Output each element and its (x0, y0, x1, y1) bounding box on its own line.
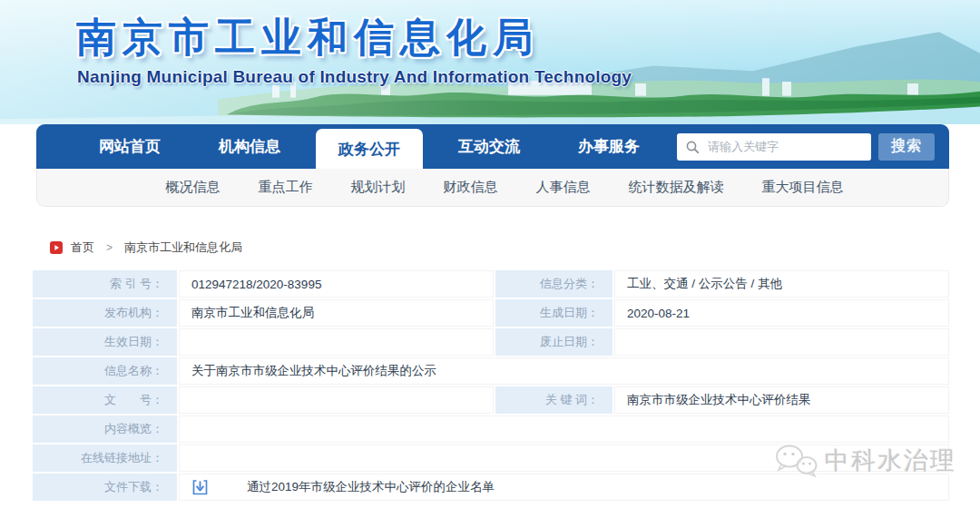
breadcrumb-current-page: 南京市工业和信息化局 (124, 239, 242, 256)
download-icon[interactable] (191, 479, 209, 496)
table-row: 内容概览： (33, 415, 949, 443)
document-info-table: 索 引 号： 012947218/2020-83995 信息分类： 工业、交通 … (33, 270, 949, 501)
subnav-item-personnel[interactable]: 人事信息 (536, 179, 591, 196)
info-category-value: 工业、交通 / 公示公告 / 其他 (614, 270, 949, 298)
nav-tab-interaction[interactable]: 互动交流 (436, 124, 543, 169)
content-overview-value (179, 415, 949, 443)
file-download-label: 文件下载： (33, 474, 177, 501)
document-number-value (179, 386, 494, 414)
nav-tab-home[interactable]: 网站首页 (76, 124, 183, 169)
subnav-item-overview[interactable]: 概况信息 (166, 179, 220, 196)
download-file-link[interactable]: 通过2019年市级企业技术中心评价的企业名单 (247, 479, 495, 495)
table-row: 索 引 号： 012947218/2020-83995 信息分类： 工业、交通 … (33, 270, 949, 298)
table-row: 生效日期： 废止日期： (33, 328, 949, 356)
publisher-value: 南京市工业和信息化局 (179, 299, 494, 327)
expiry-date-value (614, 328, 949, 356)
keywords-label: 关 键 词： (495, 386, 612, 414)
document-number-label: 文 号： (33, 386, 177, 414)
index-number-value: 012947218/2020-83995 (179, 270, 494, 298)
nav-tab-services[interactable]: 办事服务 (555, 124, 662, 169)
table-row: 发布机构： 南京市工业和信息化局 生成日期： 2020-08-21 (33, 299, 949, 327)
search-area: 搜索 (677, 124, 935, 169)
breadcrumb-separator: > (106, 241, 113, 254)
effective-date-label: 生效日期： (33, 328, 177, 356)
subnav-item-statistics[interactable]: 统计数据及解读 (629, 179, 724, 196)
table-row: 在线链接地址： (33, 444, 949, 472)
subnav-item-key-work[interactable]: 重点工作 (259, 179, 313, 196)
search-input[interactable] (677, 133, 871, 161)
nav-tab-government-disclosure[interactable]: 政务公开 (316, 129, 423, 169)
info-name-label: 信息名称： (33, 357, 177, 385)
main-navigation: 网站首页 机构信息 政务公开 互动交流 办事服务 搜索 (36, 124, 949, 169)
breadcrumb-home-link[interactable]: 首页 (71, 239, 94, 256)
search-button[interactable]: 搜索 (878, 133, 935, 161)
info-name-value: 关于南京市市级企业技术中心评价结果的公示 (179, 357, 949, 385)
secondary-navigation: 概况信息 重点工作 规划计划 财政信息 人事信息 统计数据及解读 重大项目信息 (36, 169, 949, 207)
nav-tab-organization-info[interactable]: 机构信息 (196, 124, 303, 169)
site-title: 南京市工业和信息化局 (76, 11, 539, 64)
breadcrumb: 首页 > 南京市工业和信息化局 (50, 239, 980, 256)
keywords-value: 南京市市级企业技术中心评价结果 (614, 386, 949, 414)
index-number-label: 索 引 号： (33, 270, 177, 298)
expiry-date-label: 废止日期： (495, 328, 612, 356)
table-row: 文件下载： 通过2019年市级企业技术中心评价的企业名单 (33, 474, 949, 501)
content-overview-label: 内容概览： (33, 415, 177, 443)
publisher-label: 发布机构： (33, 299, 177, 327)
search-icon (685, 140, 700, 154)
breadcrumb-home-icon (50, 241, 63, 254)
info-category-label: 信息分类： (495, 270, 612, 298)
generation-date-value: 2020-08-21 (614, 299, 949, 327)
site-subtitle-english: Nanjing Municipal Bureau of Industry And… (77, 67, 632, 87)
subnav-item-major-projects[interactable]: 重大项目信息 (762, 179, 844, 196)
online-link-label: 在线链接地址： (33, 444, 177, 472)
nav-tab-list: 网站首页 机构信息 政务公开 互动交流 办事服务 (76, 124, 662, 169)
subnav-item-finance[interactable]: 财政信息 (444, 179, 498, 196)
table-row: 文 号： 关 键 词： 南京市市级企业技术中心评价结果 (33, 386, 949, 414)
generation-date-label: 生成日期： (495, 299, 612, 327)
table-row: 信息名称： 关于南京市市级企业技术中心评价结果的公示 (33, 357, 949, 385)
online-link-value (179, 444, 949, 472)
header-banner: 南京市工业和信息化局 Nanjing Municipal Bureau of I… (0, 0, 980, 124)
effective-date-value (179, 328, 494, 356)
subnav-item-planning[interactable]: 规划计划 (351, 179, 406, 196)
